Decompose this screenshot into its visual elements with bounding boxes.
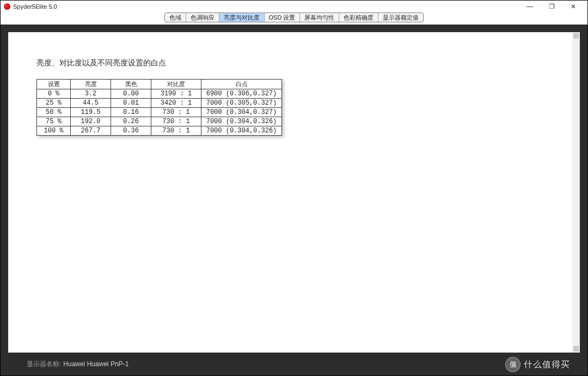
table-row: 75 % 192.0 0.26 730 : 1 7000 (0.304,0.32… <box>37 117 282 126</box>
table-row: 0 % 3.2 0.00 3190 : 1 6900 (0.306,0.327) <box>37 89 282 99</box>
header-black: 黑色 <box>111 80 151 89</box>
cell-contrast: 730 : 1 <box>151 117 201 126</box>
tab-monitor-rating[interactable]: 显示器额定值 <box>378 13 423 22</box>
scroll-down-icon[interactable] <box>573 346 579 351</box>
cell-white: 7000 (0.304,0.327) <box>201 108 282 117</box>
cell-contrast: 3420 : 1 <box>151 99 201 108</box>
cell-brightness: 267.7 <box>71 126 111 136</box>
cell-setting: 25 % <box>37 99 71 108</box>
window-controls: — ❐ ✕ <box>519 1 584 13</box>
page-title: 亮度、对比度以及不同亮度设置的白点 <box>36 58 552 68</box>
cell-setting: 75 % <box>37 117 71 126</box>
app-icon <box>4 3 10 10</box>
cell-black: 0.36 <box>111 126 151 136</box>
tab-tone-response[interactable]: 色调响应 <box>186 13 219 22</box>
cell-setting: 50 % <box>37 108 71 117</box>
table-row: 25 % 44.5 0.01 3420 : 1 7000 (0.305,0.32… <box>37 99 282 108</box>
table-row: 100 % 267.7 0.36 730 : 1 7000 (0.304,0.3… <box>37 126 282 136</box>
cell-black: 0.00 <box>111 89 151 99</box>
tab-osd-settings[interactable]: OSD 设置 <box>265 13 301 22</box>
tabstrip: 色域 色调响应 亮度与对比度 OSD 设置 屏幕均匀性 色彩精确度 显示器额定值 <box>164 13 424 22</box>
cell-brightness: 44.5 <box>71 99 111 108</box>
cell-brightness: 119.5 <box>71 108 111 117</box>
brightness-table: 设置 亮度 黑色 对比度 白点 0 % 3.2 0.00 3190 : 1 69… <box>36 79 282 136</box>
cell-black: 0.16 <box>111 108 151 117</box>
cell-contrast: 3190 : 1 <box>151 89 201 99</box>
cell-contrast: 730 : 1 <box>151 108 201 117</box>
maximize-button[interactable]: ❐ <box>541 1 562 13</box>
cell-black: 0.01 <box>111 99 151 108</box>
report-page: 亮度、对比度以及不同亮度设置的白点 设置 亮度 黑色 对比度 白点 0 % 3.… <box>8 32 580 353</box>
minimize-button[interactable]: — <box>519 1 541 13</box>
vertical-scrollbar[interactable] <box>572 32 580 353</box>
tab-color-accuracy[interactable]: 色彩精确度 <box>339 13 378 22</box>
header-contrast: 对比度 <box>151 80 201 89</box>
cell-white: 7000 (0.304,0.326) <box>201 117 282 126</box>
header-setting: 设置 <box>37 80 71 89</box>
watermark: 值 什么值得买 <box>505 357 570 372</box>
cell-white: 7000 (0.304,0.326) <box>201 126 282 136</box>
cell-setting: 100 % <box>37 126 71 136</box>
tab-uniformity[interactable]: 屏幕均匀性 <box>300 13 339 22</box>
monitor-name-label: 显示器名称: <box>27 360 61 369</box>
cell-white: 7000 (0.305,0.327) <box>201 99 282 108</box>
watermark-text: 什么值得买 <box>524 359 570 371</box>
table-row: 50 % 119.5 0.16 730 : 1 7000 (0.304,0.32… <box>37 108 282 117</box>
window-titlebar: Spyder5Elite 5.0 — ❐ ✕ <box>1 1 587 13</box>
cell-setting: 0 % <box>37 89 71 99</box>
footer-bar: 显示器名称: Huawei Huawei PnP-1 值 什么值得买 <box>8 353 580 375</box>
scroll-up-icon[interactable] <box>573 33 579 39</box>
content-frame: ⊕ ⊖ 🔍 亮度、对比度以及不同亮度设置的白点 设置 亮度 黑色 对比度 白点 <box>1 25 587 375</box>
cell-white: 6900 (0.306,0.327) <box>201 89 282 99</box>
tabstrip-container: 色域 色调响应 亮度与对比度 OSD 设置 屏幕均匀性 色彩精确度 显示器额定值 <box>1 13 587 25</box>
cell-black: 0.26 <box>111 117 151 126</box>
header-brightness: 亮度 <box>71 80 111 89</box>
monitor-name-value: Huawei Huawei PnP-1 <box>63 360 128 368</box>
tab-gamut[interactable]: 色域 <box>165 13 186 22</box>
close-button[interactable]: ✕ <box>562 1 584 13</box>
cell-brightness: 192.0 <box>71 117 111 126</box>
cell-brightness: 3.2 <box>71 89 111 99</box>
watermark-badge-icon: 值 <box>505 357 520 372</box>
table-header-row: 设置 亮度 黑色 对比度 白点 <box>37 80 282 89</box>
window-title: Spyder5Elite 5.0 <box>13 3 57 10</box>
header-white: 白点 <box>201 80 282 89</box>
cell-contrast: 730 : 1 <box>151 126 201 136</box>
tab-brightness-contrast[interactable]: 亮度与对比度 <box>219 13 265 22</box>
